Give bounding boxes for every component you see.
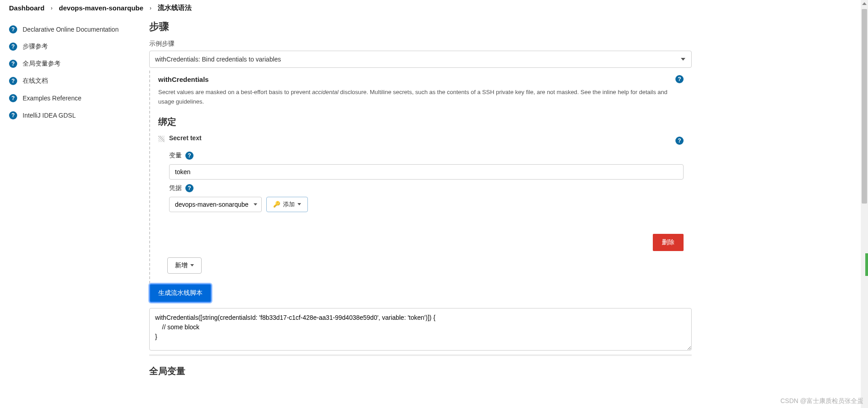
global-variables-heading: 全局变量 (149, 365, 692, 377)
credential-label: 凭据 (169, 184, 182, 192)
chevron-right-icon: › (51, 5, 52, 11)
binding-type-label: Secret text (169, 134, 202, 142)
step-name-title: withCredentials (158, 76, 209, 83)
pipeline-script-output[interactable] (149, 308, 692, 351)
question-icon: ? (9, 77, 17, 85)
scrollbar[interactable] (861, 0, 868, 408)
sample-step-select[interactable]: withCredentials: Bind credentials to var… (149, 51, 692, 68)
sidebar-item-label: Examples Reference (23, 95, 81, 102)
help-icon[interactable]: ? (675, 137, 684, 145)
variable-input[interactable] (169, 164, 684, 180)
step-description: Secret values are masked on a best-effor… (158, 88, 684, 107)
new-button[interactable]: 新增 (167, 257, 202, 274)
breadcrumb: Dashboard › devops-maven-sonarqube › 流水线… (0, 0, 868, 16)
sidebar-item-label: 在线文档 (23, 77, 48, 85)
delete-button[interactable]: 删除 (653, 234, 684, 251)
sidebar-item-intellij-gdsl[interactable]: ?IntelliJ IDEA GDSL (0, 107, 145, 124)
question-icon: ? (9, 60, 17, 68)
sidebar-item-label: Declarative Online Documentation (23, 26, 118, 33)
variable-label: 变量 (169, 152, 182, 160)
drag-handle-icon[interactable] (158, 136, 165, 142)
question-icon: ? (9, 43, 17, 51)
key-icon: 🔑 (273, 201, 280, 208)
chevron-down-icon (190, 264, 194, 266)
scroll-up-icon[interactable] (861, 0, 868, 7)
chevron-right-icon: › (150, 5, 151, 11)
sidebar-item-steps-reference[interactable]: ?步骤参考 (0, 38, 145, 55)
generate-pipeline-script-button[interactable]: 生成流水线脚本 (149, 284, 212, 303)
help-icon[interactable]: ? (185, 184, 193, 192)
sidebar-item-label: 全局变量参考 (23, 60, 61, 68)
sidebar-item-online-docs[interactable]: ?在线文档 (0, 72, 145, 90)
breadcrumb-page[interactable]: 流水线语法 (158, 4, 192, 12)
help-icon[interactable]: ? (185, 152, 193, 160)
chevron-down-icon (297, 203, 301, 205)
add-credential-button[interactable]: 🔑 添加 (266, 197, 308, 212)
help-icon[interactable]: ? (675, 75, 684, 83)
separator (149, 355, 692, 356)
question-icon: ? (9, 94, 17, 102)
steps-heading: 步骤 (149, 20, 692, 33)
sidebar-item-label: IntelliJ IDEA GDSL (23, 112, 76, 119)
sidebar: ?Declarative Online Documentation ?步骤参考 … (0, 16, 145, 408)
sample-step-label: 示例步骤 (149, 40, 692, 48)
breadcrumb-project[interactable]: devops-maven-sonarqube (59, 4, 143, 12)
scrollbar-thumb[interactable] (862, 9, 867, 204)
binding-item: Secret text ? 变量 ? 凭据 ? (158, 134, 684, 217)
sidebar-item-globals-reference[interactable]: ?全局变量参考 (0, 55, 145, 72)
question-icon: ? (9, 25, 17, 33)
breadcrumb-dashboard[interactable]: Dashboard (9, 4, 44, 12)
credential-select[interactable]: devops-maven-sonarqube (169, 197, 262, 212)
question-icon: ? (9, 111, 17, 119)
main-content: 步骤 示例步骤 withCredentials: Bind credential… (145, 16, 701, 408)
sidebar-item-declarative-docs[interactable]: ?Declarative Online Documentation (0, 21, 145, 38)
step-config-panel: withCredentials ? Secret values are mask… (149, 71, 692, 284)
annotation-marker (865, 253, 868, 276)
sidebar-item-examples[interactable]: ?Examples Reference (0, 90, 145, 107)
bindings-heading: 绑定 (158, 116, 684, 128)
sidebar-item-label: 步骤参考 (23, 43, 48, 51)
